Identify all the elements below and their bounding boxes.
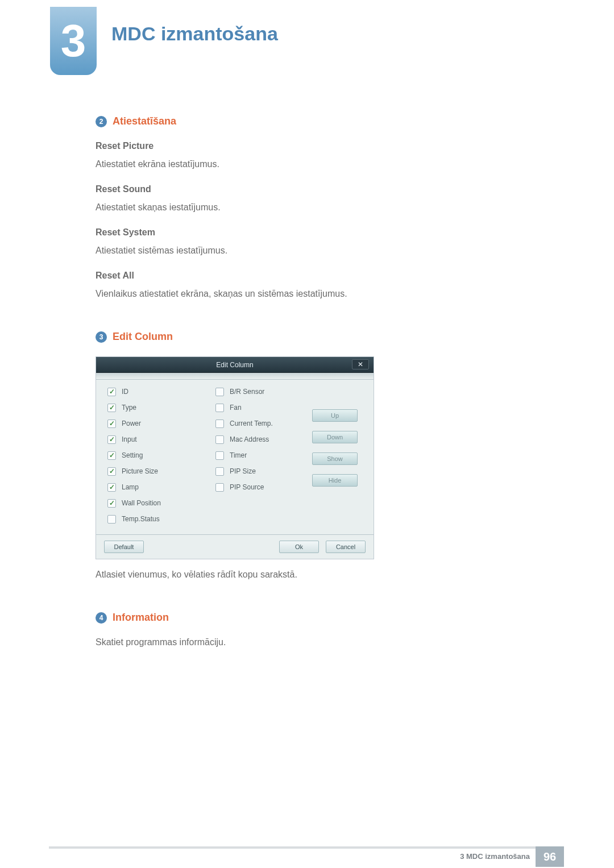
dialog-title: Edit Column [216,361,253,369]
column-mid: B/R Sensor Fan Current Temp. Mac Address… [215,387,312,524]
checkbox-icon [215,451,224,460]
down-button[interactable]: Down [312,431,358,443]
text-reset-picture: Atiestatiet ekrāna iestatījumus. [96,159,528,169]
checkbox-icon [107,451,116,460]
checkbox-row-pip-size[interactable]: PIP Size [215,466,312,476]
checkbox-icon [215,435,224,444]
default-button[interactable]: Default [104,541,144,553]
page-number: 96 [536,846,564,867]
checkbox-label: Wall Position [122,499,161,507]
hide-button[interactable]: Hide [312,474,358,487]
up-button[interactable]: Up [312,409,358,422]
checkbox-label: Fan [230,404,242,412]
column-left: ID Type Power Input Setting Picture Size… [107,387,215,524]
section-number-badge: 3 [96,331,107,343]
ok-button[interactable]: Ok [279,541,319,553]
section-title: Information [113,612,169,624]
checkbox-label: Power [122,420,141,427]
checkbox-icon [215,467,224,476]
section-title: Atiestatīšana [113,115,176,127]
section-heading-information: 4 Information [96,612,528,624]
dialog-footer: Default Ok Cancel [96,534,374,559]
edit-column-dialog: Edit Column ✕ ID Type Power Input Settin… [96,356,374,559]
checkbox-label: Picture Size [122,467,158,475]
section-heading-edit-column: 3 Edit Column [96,331,528,343]
subheading-reset-sound: Reset Sound [96,184,528,194]
checkbox-row-setting[interactable]: Setting [107,450,215,460]
checkbox-label: PIP Source [230,483,264,491]
page-footer: 3 MDC izmantošana 96 [0,846,614,868]
checkbox-icon [215,388,224,396]
text-information: Skatiet programmas informāciju. [96,637,528,647]
checkbox-label: Current Temp. [230,420,273,427]
checkbox-row-fan[interactable]: Fan [215,402,312,413]
checkbox-icon [215,404,224,412]
show-button[interactable]: Show [312,452,358,465]
checkbox-label: Temp.Status [122,515,160,523]
checkbox-icon [215,483,224,492]
section-number-badge: 2 [96,116,107,127]
checkbox-icon [107,388,116,396]
cancel-button[interactable]: Cancel [326,541,366,553]
checkbox-icon [107,499,116,508]
page-content: 2 Atiestatīšana Reset Picture Atiestatie… [96,111,528,662]
subheading-reset-system: Reset System [96,227,528,238]
checkbox-row-wall-position[interactable]: Wall Position [107,498,215,508]
text-reset-all: Vienlaikus atiestatiet ekrāna, skaņas un… [96,289,528,299]
checkbox-row-br-sensor[interactable]: B/R Sensor [215,387,312,397]
chapter-tab: 3 [50,7,97,75]
checkbox-icon [107,404,116,412]
footer-bar [49,846,564,849]
checkbox-row-timer[interactable]: Timer [215,450,312,460]
checkbox-row-temp-status[interactable]: Temp.Status [107,514,215,524]
checkbox-label: Type [122,404,136,412]
checkbox-row-type[interactable]: Type [107,402,215,413]
section-title: Edit Column [113,331,173,343]
dialog-divider [96,373,374,380]
checkbox-icon [107,467,116,476]
checkbox-row-id[interactable]: ID [107,387,215,397]
dialog-titlebar: Edit Column ✕ [96,357,374,373]
checkbox-icon [215,420,224,428]
subheading-reset-picture: Reset Picture [96,141,528,151]
text-reset-sound: Atiestatiet skaņas iestatījumus. [96,202,528,213]
checkbox-row-power[interactable]: Power [107,418,215,429]
checkbox-label: Mac Address [230,435,269,443]
checkbox-icon [107,435,116,444]
section-number-badge: 4 [96,612,107,624]
checkbox-row-current-temp[interactable]: Current Temp. [215,418,312,429]
close-button[interactable]: ✕ [352,359,369,369]
checkbox-row-mac-address[interactable]: Mac Address [215,434,312,445]
checkbox-icon [107,483,116,492]
chapter-title: MDC izmantošana [111,23,278,45]
checkbox-row-input[interactable]: Input [107,434,215,445]
checkbox-label: Setting [122,451,143,459]
checkbox-label: Lamp [122,483,139,491]
section-heading-reset: 2 Atiestatīšana [96,115,528,127]
checkbox-label: Timer [230,451,247,459]
text-edit-column-caption: Atlasiet vienumus, ko vēlaties rādīt kop… [96,570,528,580]
subheading-reset-all: Reset All [96,271,528,281]
footer-section-label: 3 MDC izmantošana [460,852,530,861]
checkbox-row-pip-source[interactable]: PIP Source [215,482,312,492]
text-reset-system: Atiestatiet sistēmas iestatījumus. [96,246,528,256]
column-right: Up Down Show Hide [312,387,369,524]
checkbox-label: PIP Size [230,467,256,475]
checkbox-row-picture-size[interactable]: Picture Size [107,466,215,476]
chapter-number: 3 [61,18,86,64]
checkbox-label: Input [122,435,137,443]
checkbox-icon [107,420,116,428]
dialog-body: ID Type Power Input Setting Picture Size… [96,380,374,534]
checkbox-label: ID [122,388,128,396]
checkbox-label: B/R Sensor [230,388,264,396]
checkbox-icon [107,515,116,524]
checkbox-row-lamp[interactable]: Lamp [107,482,215,492]
